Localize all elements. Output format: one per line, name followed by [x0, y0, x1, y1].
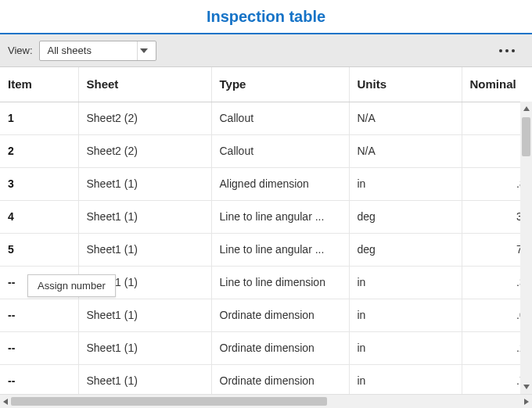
title-bar: Inspection table: [0, 0, 532, 34]
table-header-row: Item Sheet Type Units Nominal: [0, 67, 532, 102]
table-row[interactable]: --Sheet1 (1)Ordinate dimensionin.00: [0, 299, 532, 331]
cell-sheet: Sheet2 (2): [78, 102, 211, 134]
table-row[interactable]: 1Sheet2 (2)CalloutN/A1.: [0, 102, 532, 134]
cell-item: 2: [0, 134, 78, 167]
cell-sheet: Sheet1 (1): [78, 233, 211, 266]
scroll-right-icon[interactable]: [521, 395, 532, 408]
cell-sheet: Sheet1 (1): [78, 167, 211, 200]
cell-type: Line to line angular ...: [211, 233, 349, 266]
table-row[interactable]: --Sheet1 (1)Ordinate dimensionin.23: [0, 331, 532, 364]
horizontal-scroll-track[interactable]: [11, 397, 521, 406]
table-row[interactable]: 4Sheet1 (1)Line to line angular ...deg32…: [0, 200, 532, 233]
cell-item: --: [0, 364, 78, 397]
col-type[interactable]: Type: [211, 67, 349, 102]
cell-type: Line to line dimension: [211, 266, 349, 299]
cell-type: Callout: [211, 102, 349, 134]
view-select[interactable]: All sheets: [39, 41, 156, 61]
cell-sheet: Sheet1 (1): [78, 364, 211, 397]
cell-item: 4: [0, 200, 78, 233]
cell-type: Ordinate dimension: [211, 364, 349, 397]
cell-units: in: [349, 364, 462, 397]
cell-type: Callout: [211, 134, 349, 167]
cell-item: 3: [0, 167, 78, 200]
cell-type: Aligned dimension: [211, 167, 349, 200]
tooltip-assign-number: Assign number: [27, 274, 116, 297]
cell-sheet: Sheet2 (2): [78, 134, 211, 167]
inspection-table: Item Sheet Type Units Nominal 1Sheet2 (2…: [0, 67, 532, 398]
inspection-panel: Inspection table View: All sheets Item S…: [0, 0, 532, 408]
table-row[interactable]: 2Sheet2 (2)CalloutN/A2.: [0, 134, 532, 167]
cell-type: Line to line angular ...: [211, 200, 349, 233]
cell-type: Ordinate dimension: [211, 299, 349, 331]
col-item[interactable]: Item: [0, 67, 78, 102]
scroll-up-icon[interactable]: [520, 103, 532, 114]
vertical-scrollbar[interactable]: [520, 102, 532, 394]
table-row[interactable]: 3Sheet1 (1)Aligned dimensionin.89: [0, 167, 532, 200]
cell-sheet: Sheet1 (1): [78, 299, 211, 331]
col-sheet[interactable]: Sheet: [78, 67, 211, 102]
table-row[interactable]: 5Sheet1 (1)Line to line angular ...deg75…: [0, 233, 532, 266]
cell-item: --: [0, 331, 78, 364]
cell-units: deg: [349, 233, 462, 266]
cell-units: deg: [349, 200, 462, 233]
vertical-scroll-thumb[interactable]: [522, 117, 530, 156]
toolbar: View: All sheets: [0, 34, 532, 67]
cell-item: --: [0, 299, 78, 331]
table-row[interactable]: --Sheet1 (1)Ordinate dimensionin.74: [0, 364, 532, 397]
chevron-down-icon: [137, 41, 151, 60]
cell-units: in: [349, 266, 462, 299]
cell-units: N/A: [349, 102, 462, 134]
cell-units: in: [349, 331, 462, 364]
cell-type: Ordinate dimension: [211, 331, 349, 364]
view-label: View:: [8, 45, 33, 56]
cell-sheet: Sheet1 (1): [78, 200, 211, 233]
cell-item: 1: [0, 102, 78, 134]
more-options-button[interactable]: [494, 45, 519, 57]
scroll-down-icon[interactable]: [520, 381, 532, 392]
col-nominal[interactable]: Nominal: [462, 67, 532, 102]
horizontal-scroll-thumb[interactable]: [11, 397, 327, 406]
col-units[interactable]: Units: [349, 67, 462, 102]
cell-sheet: Sheet1 (1): [78, 331, 211, 364]
cell-units: N/A: [349, 134, 462, 167]
table-container: Item Sheet Type Units Nominal 1Sheet2 (2…: [0, 67, 532, 408]
panel-title: Inspection table: [207, 8, 325, 26]
cell-units: in: [349, 167, 462, 200]
cell-item: 5: [0, 233, 78, 266]
scroll-left-icon[interactable]: [0, 395, 11, 408]
horizontal-scrollbar[interactable]: [0, 394, 532, 408]
view-select-value: All sheets: [48, 45, 137, 56]
cell-units: in: [349, 299, 462, 331]
